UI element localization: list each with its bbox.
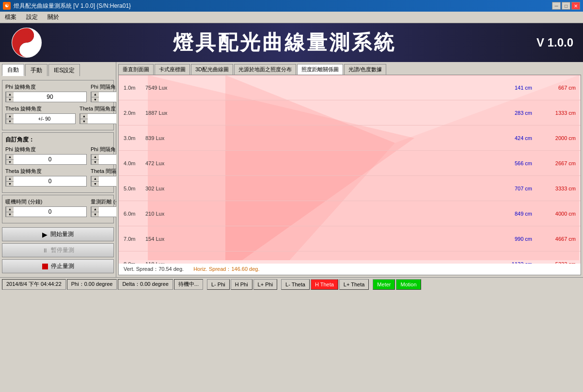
distance-label: 3.0m [124, 135, 145, 141]
tab-vertical-profile[interactable]: 垂直剖面圖 [118, 64, 154, 75]
right-tabs: 垂直剖面圖 卡式座標圖 3D配光曲線圖 光源於地面之照度分布 照度距離關係圖 光… [116, 62, 583, 75]
theta-spin-input[interactable] [14, 114, 75, 124]
table-row: 6.0m 210 Lux 849 cm 4000 cm [119, 201, 581, 226]
svg-point-1 [24, 33, 29, 38]
tab-cartesian[interactable]: 卡式座標圖 [155, 64, 190, 75]
menu-bar: 檔案 設定 關於 [0, 12, 583, 23]
custom-phi-interval-down[interactable]: ▼ [92, 160, 99, 165]
tab-illuminance[interactable]: 光源於地面之照度分布 [234, 64, 296, 75]
tab-manual[interactable]: 手動 [25, 64, 47, 76]
l-plus-theta-button[interactable]: L+ Theta [339, 279, 369, 290]
minimize-button[interactable]: ─ [552, 2, 561, 10]
lux-value: 839 Lux [145, 135, 184, 141]
custom-phi-spin-control: Phi 旋轉角度 ▲ ▼ [5, 146, 87, 165]
red-value: 1333 cm [532, 110, 576, 116]
status-display: 待機中... [174, 279, 203, 290]
theta-spin-arrows: ▲ ▼ [6, 114, 14, 124]
custom-angle-group: 自訂角度： Phi 旋轉角度 ▲ ▼ Phi 間隔角度 [2, 132, 114, 193]
red-value: 4000 cm [532, 211, 576, 217]
custom-phi-spin-arrows: ▲ ▼ [6, 155, 14, 164]
chart-container: 1.0m 7549 Lux 141 cm 667 cm 2.0m 1887 Lu… [118, 75, 581, 275]
theta-spin-label: Theta 旋轉角度 [5, 105, 76, 112]
warmup-group: 暖機時間 (分鐘) ▲ ▼ 量測距離 (公尺) ▲ ▼ [2, 195, 114, 223]
action-buttons: ▶ 開始量測 ⏸ 暫停量測 停止量測 [2, 227, 114, 275]
warmup-arrows: ▲ ▼ [6, 207, 14, 217]
warmup-control: 暖機時間 (分鐘) ▲ ▼ [5, 198, 87, 217]
blue-value: 424 cm [488, 135, 532, 141]
tab-spectrum[interactable]: 光譜/色度數據 [344, 64, 386, 75]
phi-interval-arrows: ▲ ▼ [91, 92, 99, 102]
h-phi-button[interactable]: H Phi [231, 279, 252, 290]
custom-theta-interval-down[interactable]: ▼ [92, 182, 99, 187]
distance-label: 5.0m [124, 186, 145, 191]
custom-phi-spin-down[interactable]: ▼ [6, 160, 14, 165]
custom-phi-spin-input[interactable] [14, 155, 86, 164]
tab-auto[interactable]: 自動 [2, 64, 24, 76]
red-value: 667 cm [532, 85, 576, 91]
chart-rows: 1.0m 7549 Lux 141 cm 667 cm 2.0m 1887 Lu… [119, 75, 581, 275]
red-value: 2667 cm [532, 160, 576, 166]
warmup-down[interactable]: ▼ [6, 212, 14, 217]
svg-point-2 [24, 47, 29, 52]
tab-ies[interactable]: IES設定 [48, 64, 80, 76]
right-panel: 垂直剖面圖 卡式座標圖 3D配光曲線圖 光源於地面之照度分布 照度距離關係圖 光… [116, 62, 583, 277]
stop-label: 停止量測 [51, 262, 74, 270]
l-theta-button[interactable]: L- Theta [281, 279, 310, 290]
l-plus-phi-button[interactable]: L+ Phi [253, 279, 278, 290]
window-controls: ─ □ ✕ [552, 2, 580, 10]
custom-theta-spin-down[interactable]: ▼ [6, 182, 14, 187]
custom-theta-interval-up[interactable]: ▲ [92, 176, 99, 182]
menu-settings[interactable]: 設定 [23, 12, 41, 22]
pause-button[interactable]: ⏸ 暫停量測 [2, 243, 114, 257]
lux-value: 7549 Lux [145, 85, 184, 91]
phi-display: Phi：0.00 degree [67, 279, 117, 290]
theta-interval-up[interactable]: ▲ [80, 114, 88, 119]
custom-theta-spin-label: Theta 旋轉角度 [5, 168, 87, 175]
tab-distance-relation[interactable]: 照度距離關係圖 [297, 64, 343, 75]
theta-spin-down[interactable]: ▼ [6, 119, 14, 124]
motion-button[interactable]: Motion [396, 279, 421, 290]
h-theta-button[interactable]: H Theta [311, 279, 338, 290]
close-button[interactable]: ✕ [571, 2, 580, 10]
distance-down[interactable]: ▼ [92, 212, 99, 217]
maximize-button[interactable]: □ [562, 2, 570, 10]
warmup-input[interactable] [14, 207, 86, 217]
logo [10, 26, 44, 60]
distance-label: 2.0m [124, 110, 145, 116]
phi-spin-up[interactable]: ▲ [6, 92, 14, 97]
distance-up[interactable]: ▲ [92, 207, 99, 212]
app-icon: ☯ [3, 2, 11, 10]
chart-inner: 1.0m 7549 Lux 141 cm 667 cm 2.0m 1887 Lu… [119, 75, 581, 275]
phi-interval-up[interactable]: ▲ [92, 92, 99, 97]
custom-theta-spin-arrows: ▲ ▼ [6, 176, 14, 186]
menu-about[interactable]: 關於 [45, 12, 62, 22]
phi-spin-down[interactable]: ▼ [6, 97, 14, 102]
chart-footer: Vert. Spread：70.54 deg. Horiz. Spread：14… [119, 264, 581, 275]
blue-value: 141 cm [488, 85, 532, 91]
warmup-label: 暖機時間 (分鐘) [5, 198, 87, 205]
phi-spin-input[interactable] [14, 92, 86, 102]
lux-value: 154 Lux [145, 236, 184, 242]
window-title: 燈具配光曲線量測系統 [V 1.0.0] {S/N:Hera01} [14, 2, 131, 10]
theta-spin-up[interactable]: ▲ [6, 114, 14, 119]
phi-spin-arrows: ▲ ▼ [6, 92, 14, 102]
start-button[interactable]: ▶ 開始量測 [2, 227, 114, 241]
theta-interval-down[interactable]: ▼ [80, 119, 88, 124]
table-row: 2.0m 1887 Lux 283 cm 1333 cm [119, 100, 581, 125]
meter-button[interactable]: Meter [373, 279, 395, 290]
custom-theta-spin-input[interactable] [14, 176, 86, 186]
pause-label: 暫停量測 [51, 246, 74, 254]
content-area: 自動 手動 IES設定 Phi 旋轉角度 ▲ ▼ Phi [0, 62, 583, 277]
l-phi-button[interactable]: L- Phi [207, 279, 230, 290]
stop-button[interactable]: 停止量測 [2, 259, 114, 273]
custom-phi-interval-up[interactable]: ▲ [92, 155, 99, 160]
menu-file[interactable]: 檔案 [2, 12, 19, 22]
phi-interval-down[interactable]: ▼ [92, 97, 99, 102]
tab-3d-curve[interactable]: 3D配光曲線圖 [191, 64, 233, 75]
custom-theta-spin-up[interactable]: ▲ [6, 176, 14, 182]
theta-interval-arrows: ▲ ▼ [80, 114, 88, 124]
title-bar: ☯ 燈具配光曲線量測系統 [V 1.0.0] {S/N:Hera01} ─ □ … [0, 0, 583, 12]
custom-phi-spin-up[interactable]: ▲ [6, 155, 14, 160]
warmup-up[interactable]: ▲ [6, 207, 14, 212]
blue-value: 849 cm [488, 211, 532, 217]
